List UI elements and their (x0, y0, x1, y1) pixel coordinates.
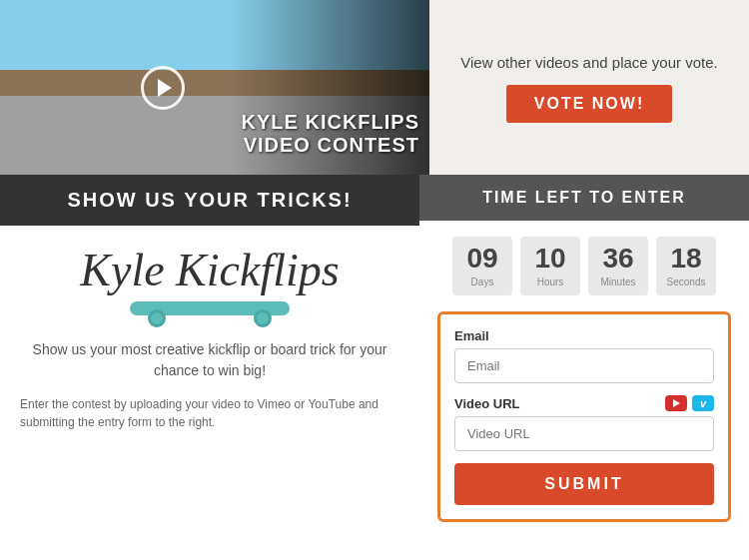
wheel-left (148, 309, 166, 327)
tagline-text: Show us your most creative kickflip or b… (20, 339, 399, 381)
vote-now-button[interactable]: VOTE NOW! (506, 85, 672, 123)
countdown-value-minutes: 36 (598, 245, 638, 273)
right-header: TIME LEFT TO ENTER (419, 175, 749, 221)
countdown-label-seconds: Seconds (666, 277, 706, 287)
countdown-value-seconds: 18 (666, 245, 706, 273)
wheel-right (254, 309, 272, 327)
right-header-text: TIME LEFT TO ENTER (437, 189, 731, 207)
logo-area: Kyle Kickflips (20, 246, 399, 315)
video-url-input[interactable] (454, 416, 714, 451)
play-icon (158, 79, 172, 97)
youtube-icon (665, 395, 687, 411)
banner-title-line2: VIDEO CONTEST (242, 134, 419, 157)
countdown-value-days: 09 (462, 245, 502, 273)
video-url-label: Video URL (454, 396, 520, 411)
left-panel: SHOW US YOUR TRICKS! Kyle Kickflips Show… (0, 175, 419, 560)
countdown-label-days: Days (462, 277, 502, 287)
vimeo-icon: v (692, 395, 714, 411)
countdown-item-days: 09 Days (452, 237, 512, 295)
countdown-label-minutes: Minutes (598, 277, 638, 287)
video-area: KYLE KICKFLIPS VIDEO CONTEST (0, 0, 429, 175)
left-header-text: SHOW US YOUR TRICKS! (20, 189, 399, 212)
vote-cta-text: View other videos and place your vote. (460, 52, 717, 73)
header-banner: KYLE KICKFLIPS VIDEO CONTEST View other … (0, 0, 749, 175)
email-label: Email (454, 328, 714, 343)
logo-text: Kyle Kickflips (20, 246, 399, 296)
entry-form: Email Video URL v SUBMIT (437, 311, 731, 522)
countdown-label-hours: Hours (530, 277, 570, 287)
skateboard-graphic (20, 301, 399, 315)
submit-button[interactable]: SUBMIT (454, 463, 714, 505)
youtube-play-triangle (673, 399, 680, 407)
countdown-value-hours: 10 (530, 245, 570, 273)
banner-right-panel: View other videos and place your vote. V… (429, 0, 749, 175)
video-url-row: Video URL v (454, 395, 714, 411)
countdown-timer: 09 Days 10 Hours 36 Minutes 18 Seconds (437, 237, 731, 295)
banner-title: KYLE KICKFLIPS VIDEO CONTEST (242, 111, 419, 157)
countdown-item-hours: 10 Hours (520, 237, 580, 295)
entry-instructions: Enter the contest by uploading your vide… (20, 395, 399, 431)
video-platform-icons: v (665, 395, 714, 411)
banner-title-line1: KYLE KICKFLIPS (242, 111, 419, 134)
countdown-item-minutes: 36 Minutes (588, 237, 648, 295)
right-panel: TIME LEFT TO ENTER 09 Days 10 Hours 36 M… (419, 175, 749, 560)
left-header: SHOW US YOUR TRICKS! (0, 175, 419, 226)
play-button[interactable] (141, 66, 185, 110)
main-content: SHOW US YOUR TRICKS! Kyle Kickflips Show… (0, 175, 749, 560)
skateboard-body (130, 301, 290, 315)
email-input[interactable] (454, 348, 714, 383)
countdown-item-seconds: 18 Seconds (656, 237, 716, 295)
